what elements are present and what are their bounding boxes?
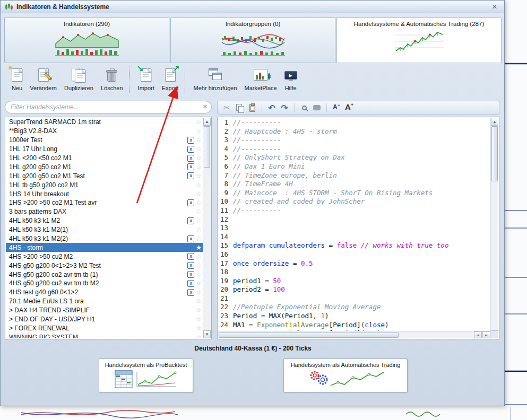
code-line[interactable]: 24MA1 = ExponentialAverage[Period](close… <box>218 321 490 330</box>
list-item[interactable]: **Big3 V2.8-DAX☆ <box>6 127 203 136</box>
list-item[interactable]: 4HS test g40 g60 0<1>2x☆ <box>6 288 203 297</box>
favorite-star-icon[interactable]: ☆ <box>196 154 202 162</box>
favorite-star-icon[interactable]: ☆ <box>196 199 202 206</box>
list-item[interactable]: 4HS g50 g200 0<1>2>3 M2 Testx☆ <box>6 261 203 270</box>
code-line[interactable]: 22//Pentuple Exponential Moving Average <box>218 303 490 312</box>
favorite-star-icon[interactable]: ☆ <box>196 271 202 278</box>
favorite-star-icon[interactable]: ☆ <box>196 253 202 260</box>
list-item[interactable]: 4HL k50 k3 k1 M2x☆ <box>6 216 203 225</box>
list-item[interactable]: 3 bars patterns DAX☆ <box>6 207 203 216</box>
list-scrollbar[interactable]: ▲ ▼ <box>203 118 211 338</box>
list-item[interactable]: 1HS 14 Uhr breakout☆ <box>6 189 203 198</box>
list-item[interactable]: 4HS g50 g200 cu2 avr tm tb M2x☆ <box>6 279 203 288</box>
favorite-star-icon[interactable]: ☆ <box>196 136 202 144</box>
clear-filter-icon[interactable]: × <box>203 102 207 110</box>
favorite-star-icon[interactable]: ☆ <box>196 325 202 332</box>
code-line[interactable]: 20period2 = 100 <box>218 285 490 294</box>
code-line[interactable]: 5// OnlyShort Strategy on Dax <box>218 153 490 162</box>
copy-icon[interactable] <box>235 103 244 112</box>
favorite-star-icon[interactable]: ☆ <box>196 163 202 171</box>
tab-indikatoren[interactable]: Indikatoren (290) <box>4 18 169 63</box>
marketplace-button[interactable]: x MarketPlace <box>241 65 281 91</box>
list-item[interactable]: 1HL <200 <50 co2 M1x☆ <box>6 154 203 163</box>
code-line[interactable]: 6// Dax 1 Euro Mini <box>218 162 490 171</box>
code-line[interactable]: 15defparam cumulateorders = false // wor… <box>218 241 490 250</box>
favorite-star-icon[interactable]: ☆ <box>196 235 202 242</box>
favorite-star-icon[interactable]: ☆ <box>196 181 202 189</box>
code-line[interactable]: 14 <box>218 233 490 242</box>
list-item[interactable]: 4HL k50 k3 k1 M2(2)x☆ <box>6 234 203 243</box>
dialog-titlebar[interactable]: Indikatoren & Handelssysteme × <box>1 1 504 13</box>
code-line[interactable]: 8// TimeFrame 4H <box>218 180 490 189</box>
favorite-star-icon[interactable]: ☆ <box>196 145 202 153</box>
autotrading-button[interactable]: Handelssystem als Automatisches Trading <box>283 358 408 392</box>
list-item[interactable]: 1HL g200 g50 co2 M1 Testx☆ <box>6 171 203 180</box>
duplizieren-button[interactable]: Duplizieren <box>61 65 97 91</box>
list-item[interactable]: 1000er Testx☆ <box>6 136 203 145</box>
favorite-star-icon[interactable]: ☆ <box>196 262 202 269</box>
filter-input[interactable] <box>5 101 212 113</box>
list-item[interactable]: 4HL k50 k3 k1 M2(1)☆ <box>6 225 203 234</box>
list-item[interactable]: 1HS >200 >50 co2 M1 Test avrx☆ <box>6 198 203 207</box>
favorite-star-icon[interactable]: ☆ <box>196 316 202 323</box>
cut-icon[interactable]: ✂ <box>222 103 231 112</box>
code-line[interactable]: 7// TimeZone europe, berlin <box>218 171 490 180</box>
scroll-thumb[interactable] <box>219 332 399 338</box>
search-icon[interactable] <box>300 103 308 112</box>
close-icon[interactable]: × <box>489 2 500 12</box>
favorite-star-icon[interactable]: ☆ <box>196 208 202 215</box>
favorite-star-icon[interactable]: ☆ <box>196 334 202 338</box>
undo-icon[interactable]: ↶ <box>267 103 276 112</box>
code-line[interactable]: 18 <box>218 268 490 277</box>
code-line[interactable]: 1//---------- <box>218 118 490 127</box>
code-line[interactable]: 4//---------- <box>218 145 490 154</box>
code-line[interactable]: 13 <box>218 224 490 233</box>
scroll-left-button[interactable]: ◄ <box>474 331 482 338</box>
hilfe-button[interactable]: ▶ Hilfe <box>281 65 301 91</box>
import-button[interactable]: ↘ Import <box>134 65 158 91</box>
loeschen-button[interactable]: Löschen <box>97 65 127 91</box>
export-button[interactable]: ↗ Export <box>158 65 183 91</box>
list-item[interactable]: 1HL g200 g50 co2 M1x☆ <box>6 162 203 171</box>
list-item[interactable]: 4HS - storm★ <box>6 243 203 252</box>
favorite-star-icon[interactable]: ☆ <box>196 190 202 198</box>
favorite-star-icon[interactable]: ☆ <box>196 298 202 305</box>
scroll-down-button[interactable]: ▼ <box>203 330 211 338</box>
list-item[interactable]: 4HS >200 >50 cu2 M2x☆ <box>6 252 203 261</box>
scroll-up-button[interactable]: ▲ <box>203 118 211 126</box>
font-increase-button[interactable]: A+ <box>345 103 353 112</box>
list-item[interactable]: 4HS g50 g200 co2 avr tm tb (1)x☆ <box>6 270 203 279</box>
list-item[interactable]: 1HL tb g50 g200 co2 M1☆ <box>6 180 203 189</box>
tab-handelssysteme[interactable]: Handelssysteme & Automatisches Trading (… <box>336 18 502 63</box>
code-line[interactable]: 23Period = MAX(Period1, 1) <box>218 312 490 321</box>
editor-horizontal-scrollbar[interactable]: ◄ ► <box>218 331 490 338</box>
code-line[interactable]: 12 <box>218 215 490 224</box>
tab-indikatorgruppen[interactable]: Indikatorgruppen (0) <box>170 18 335 63</box>
favorite-star-icon[interactable]: ☆ <box>196 127 202 135</box>
favorite-star-icon[interactable]: ☆ <box>196 279 202 287</box>
list-item[interactable]: 70.1 Medie EuUs LS 1 ora☆ <box>6 297 203 306</box>
scroll-thumb[interactable] <box>491 126 498 181</box>
veraendern-button[interactable]: Verändern <box>26 65 61 91</box>
scroll-up-button[interactable]: ▲ <box>491 118 498 126</box>
favorite-star-icon[interactable]: ☆ <box>196 217 202 224</box>
code-line[interactable]: 9// Maincoce : 4HS STORM - ShorT On Risi… <box>218 189 490 198</box>
favorite-star-icon[interactable]: ☆ <box>196 288 202 296</box>
code-line[interactable]: 19period1 = 50 <box>218 277 490 286</box>
redo-icon[interactable]: ↷ <box>280 103 289 112</box>
code-line[interactable]: 11//---------- <box>218 206 490 215</box>
probacktest-button[interactable]: Handelssystem als ProBacktest <box>99 358 193 392</box>
list-item[interactable]: > END OF DAY - USD/JPY H1☆ <box>6 315 203 324</box>
code-line[interactable]: 21 <box>218 294 490 303</box>
code-editor[interactable]: 1//----------2// Hauptcode : 4HS - storm… <box>217 117 499 339</box>
paste-icon[interactable] <box>248 103 256 112</box>
comment-icon[interactable] <box>313 103 321 112</box>
code-line[interactable]: 2// Hauptcode : 4HS - storm <box>218 127 490 136</box>
code-line[interactable]: 17once ordersize = 0.5 <box>218 259 490 268</box>
favorite-star-icon[interactable]: ☆ <box>196 226 202 233</box>
favorite-star-icon[interactable]: ★ <box>196 244 202 251</box>
scroll-right-button[interactable]: ► <box>482 331 490 338</box>
favorite-star-icon[interactable]: ☆ <box>196 307 202 314</box>
editor-scrollbar[interactable]: ▲ ▼ <box>490 118 498 338</box>
code-line[interactable]: 3//---------- <box>218 136 490 145</box>
